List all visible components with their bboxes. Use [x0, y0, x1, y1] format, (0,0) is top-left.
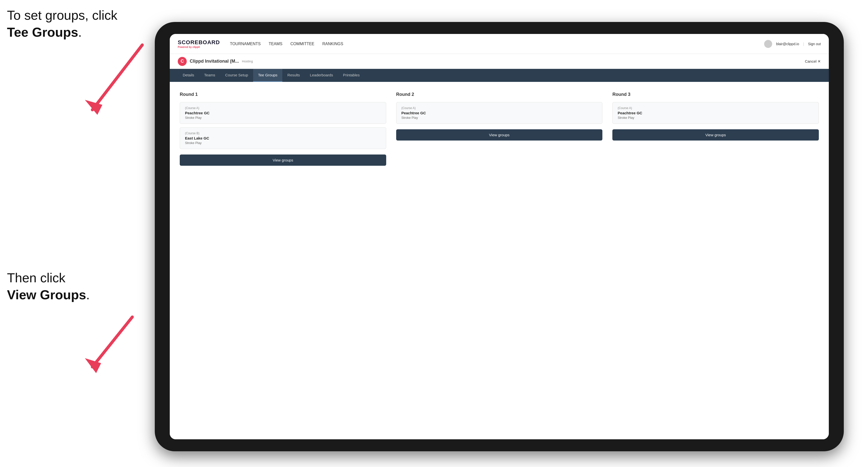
tab-results[interactable]: Results: [282, 69, 305, 82]
round-1-course-b-type: Stroke Play: [185, 141, 381, 145]
round-3-course-a-type: Stroke Play: [618, 116, 813, 120]
sign-out-link[interactable]: Sign out: [808, 42, 821, 46]
round-3-course-a: (Course A) Peachtree GC Stroke Play: [612, 102, 819, 124]
tab-leaderboards[interactable]: Leaderboards: [305, 69, 338, 82]
round-1-course-b-label: (Course B): [185, 131, 381, 135]
round-1-view-groups-button[interactable]: View groups: [180, 155, 386, 166]
tab-printables[interactable]: Printables: [338, 69, 365, 82]
tournament-title: C Clippd Invitational (M... Hosting: [178, 57, 253, 66]
round-1-title: Round 1: [180, 92, 386, 97]
arrow-top: [72, 40, 152, 120]
round-1-column: Round 1 (Course A) Peachtree GC Stroke P…: [180, 92, 386, 166]
nav-links: TOURNAMENTS TEAMS COMMITTEE RANKINGS: [230, 41, 764, 47]
logo-scoreboard: SCOREBOARD: [178, 39, 220, 46]
tournament-name: Clippd Invitational (M...: [190, 59, 239, 64]
nav-separator: |: [803, 42, 804, 46]
logo-area: SCOREBOARD Powered by clippit: [178, 39, 220, 49]
nav-rankings[interactable]: RANKINGS: [322, 41, 343, 47]
cancel-button[interactable]: Cancel ✕: [805, 59, 821, 64]
round-2-course-a-label: (Course A): [401, 106, 597, 110]
round-1-course-a: (Course A) Peachtree GC Stroke Play: [180, 102, 386, 124]
tab-teams[interactable]: Teams: [199, 69, 220, 82]
user-avatar: [764, 40, 772, 48]
round-1-course-a-name: Peachtree GC: [185, 111, 381, 115]
tournament-logo: C: [178, 57, 187, 66]
tablet-device: SCOREBOARD Powered by clippit TOURNAMENT…: [155, 22, 844, 451]
round-1-course-a-type: Stroke Play: [185, 116, 381, 120]
tab-tee-groups[interactable]: Tee Groups: [253, 69, 283, 82]
round-2-column: Round 2 (Course A) Peachtree GC Stroke P…: [396, 92, 602, 166]
round-3-course-a-label: (Course A): [618, 106, 813, 110]
round-3-view-groups-button[interactable]: View groups: [612, 129, 819, 141]
round-2-course-a-type: Stroke Play: [401, 116, 597, 120]
svg-line-0: [92, 45, 142, 110]
tablet-screen: SCOREBOARD Powered by clippit TOURNAMENT…: [170, 34, 829, 439]
tab-details[interactable]: Details: [178, 69, 199, 82]
nav-tournaments[interactable]: TOURNAMENTS: [230, 41, 260, 47]
instruction-top: To set groups, click Tee Groups.: [7, 7, 117, 41]
round-3-course-a-name: Peachtree GC: [618, 111, 813, 115]
tab-course-setup[interactable]: Course Setup: [220, 69, 253, 82]
round-1-course-b: (Course B) East Lake GC Stroke Play: [180, 127, 386, 149]
round-1-course-a-label: (Course A): [185, 106, 381, 110]
round-2-title: Round 2: [396, 92, 602, 97]
round-2-view-groups-button[interactable]: View groups: [396, 129, 602, 141]
rounds-grid: Round 1 (Course A) Peachtree GC Stroke P…: [180, 92, 819, 166]
svg-line-2: [92, 317, 132, 367]
round-2-course-a: (Course A) Peachtree GC Stroke Play: [396, 102, 602, 124]
user-email: blair@clippd.io: [776, 42, 799, 46]
tab-bar: Details Teams Course Setup Tee Groups Re…: [170, 69, 829, 82]
instruction-bottom: Then click View Groups.: [7, 270, 90, 303]
round-3-column: Round 3 (Course A) Peachtree GC Stroke P…: [612, 92, 819, 166]
nav-teams[interactable]: TEAMS: [269, 41, 282, 47]
nav-committee[interactable]: COMMITTEE: [290, 41, 314, 47]
hosting-badge: Hosting: [242, 59, 253, 63]
round-3-title: Round 3: [612, 92, 819, 97]
round-1-course-b-name: East Lake GC: [185, 136, 381, 140]
nav-right: blair@clippd.io | Sign out: [764, 40, 821, 48]
tournament-bar: C Clippd Invitational (M... Hosting Canc…: [170, 54, 829, 69]
round-2-course-a-name: Peachtree GC: [401, 111, 597, 115]
logo-sub: Powered by clippit: [178, 46, 220, 49]
top-nav: SCOREBOARD Powered by clippit TOURNAMENT…: [170, 34, 829, 54]
arrow-bottom: [72, 312, 142, 377]
main-content: Round 1 (Course A) Peachtree GC Stroke P…: [170, 82, 829, 439]
